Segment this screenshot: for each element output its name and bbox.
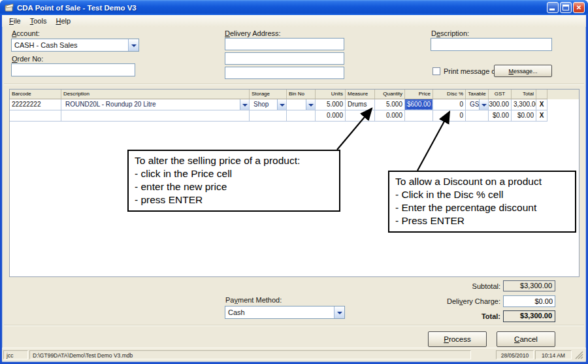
annotation-line: - enter the new price	[135, 180, 333, 193]
col-header-price: Price	[405, 90, 433, 99]
delivery-address-line-2[interactable]	[225, 52, 344, 65]
order-no-label: Order No:	[12, 55, 43, 63]
menu-bar: File Tools Help	[2, 15, 586, 27]
chevron-down-icon[interactable]	[306, 99, 315, 110]
annotation-line: - Press ENTER	[395, 214, 569, 227]
cell-total[interactable]: 3,300.00	[512, 99, 536, 110]
cell-quantity[interactable]: 0.000	[375, 110, 405, 122]
cell-storage-value: Shop	[250, 99, 277, 110]
resize-grip[interactable]	[575, 351, 583, 359]
col-header-gst: GST	[489, 90, 512, 99]
delivery-charge-input[interactable]	[503, 295, 555, 307]
col-header-total: Total	[512, 90, 536, 99]
minimize-button[interactable]	[547, 2, 559, 13]
subtotal-label: Subtotal:	[392, 282, 500, 290]
message-button[interactable]: Message...	[494, 65, 552, 77]
cell-gst[interactable]: $300.00	[489, 99, 512, 110]
cell-barcode[interactable]: 22222222	[10, 99, 61, 110]
cell-barcode[interactable]	[10, 110, 61, 122]
header-divider	[4, 84, 584, 85]
cell-units[interactable]: 5.000	[316, 99, 346, 110]
title-bar[interactable]: CDA Point of Sale - Test Demo V3 ✕	[0, 0, 588, 15]
cell-gst[interactable]: $0.00	[489, 110, 512, 122]
app-icon	[5, 3, 14, 12]
account-label: Account:	[12, 29, 40, 37]
subtotal-value: $3,300.00	[503, 280, 555, 291]
account-combo[interactable]: CASH - Cash Sales	[11, 39, 139, 52]
menu-file[interactable]: File	[5, 16, 25, 26]
status-bar: jcc D:\GT99DATA\Demo\Test Demo V3.mdb 28…	[2, 348, 586, 361]
maximize-button[interactable]	[560, 2, 572, 13]
cell-description[interactable]	[61, 110, 250, 122]
footer-divider	[4, 325, 584, 326]
annotation-line: To allow a Discount on a product	[395, 175, 569, 188]
cell-measure[interactable]	[346, 110, 375, 122]
col-header-barcode: Barcode	[10, 90, 61, 99]
delete-row-button[interactable]: X	[536, 110, 547, 122]
chevron-down-icon[interactable]	[277, 99, 286, 110]
cancel-button[interactable]: Cancel	[497, 331, 555, 347]
cell-price-selected[interactable]: $600.00	[405, 99, 433, 110]
status-database-path: D:\GT99DATA\Demo\Test Demo V3.mdb	[29, 350, 471, 359]
close-button[interactable]: ✕	[573, 2, 585, 13]
payment-method-value: Cash	[225, 308, 334, 316]
col-header-units: Units	[316, 90, 346, 99]
cell-bin-no[interactable]	[287, 110, 316, 122]
col-header-measure: Measure	[346, 90, 375, 99]
order-no-input[interactable]	[11, 63, 135, 76]
app-window: CDA Point of Sale - Test Demo V3 ✕ File …	[0, 0, 588, 364]
print-message-checkbox[interactable]	[433, 67, 440, 75]
annotation-line: To alter the selling price of a product:	[135, 154, 333, 167]
minimize-icon	[549, 8, 555, 10]
menu-help[interactable]: Help	[51, 16, 75, 26]
cell-storage-combo[interactable]: Shop	[250, 99, 287, 110]
cell-disc[interactable]: 0	[433, 99, 466, 110]
cell-taxable[interactable]	[466, 110, 489, 122]
cell-bin-no-combo[interactable]	[287, 99, 316, 110]
chevron-down-icon[interactable]	[240, 99, 249, 110]
total-value: $3,300.00	[503, 310, 555, 322]
col-header-storage: Storage	[250, 90, 287, 99]
window-title: CDA Point of Sale - Test Demo V3	[17, 4, 547, 12]
cell-price[interactable]	[405, 110, 433, 122]
account-combo-value: CASH - Cash Sales	[12, 41, 128, 49]
description-input[interactable]	[431, 38, 552, 51]
cell-quantity[interactable]: 5.000	[375, 99, 405, 110]
process-button[interactable]: Process	[428, 331, 487, 347]
description-label: Description:	[431, 29, 469, 37]
status-date: 28/05/2010	[496, 350, 534, 359]
annotation-line: - click in the Price cell	[135, 167, 333, 180]
table-row: 0.000 0.000 0 $0.00 $0.00 X	[10, 110, 579, 122]
col-header-delete	[536, 90, 547, 99]
delivery-charge-label: Delivery Charge:	[392, 297, 500, 305]
chevron-down-icon[interactable]	[479, 99, 488, 110]
cell-taxable-combo[interactable]: GST	[466, 99, 489, 110]
delivery-address-line-3[interactable]	[225, 67, 344, 79]
total-label: Total:	[392, 312, 500, 320]
cell-taxable-value: GST	[466, 99, 479, 110]
chevron-down-icon[interactable]	[334, 306, 344, 318]
delete-row-button[interactable]: X	[536, 99, 547, 110]
col-header-bin-no: Bin No	[287, 90, 316, 99]
col-header-disc: Disc %	[433, 90, 466, 99]
cell-disc[interactable]: 0	[433, 110, 466, 122]
menu-tools[interactable]: Tools	[25, 16, 52, 26]
status-time: 10:14 AM	[535, 350, 572, 359]
cell-units[interactable]: 0.000	[316, 110, 346, 122]
chevron-down-icon[interactable]	[128, 39, 139, 51]
cell-storage[interactable]	[250, 110, 287, 122]
maximize-icon	[563, 5, 569, 10]
delivery-address-line-1[interactable]	[225, 38, 344, 50]
delivery-address-label: Delivery Address:	[225, 29, 281, 37]
grid-header-row: Barcode Description Storage Bin No Units…	[10, 90, 579, 99]
payment-method-label: Payment Method:	[225, 296, 282, 304]
col-header-quantity: Quantity	[375, 90, 405, 99]
cell-total[interactable]: $0.00	[512, 110, 536, 122]
price-annotation-box: To alter the selling price of a product:…	[127, 150, 340, 212]
col-header-description: Description	[61, 90, 250, 99]
col-header-taxable: Taxable	[466, 90, 489, 99]
payment-method-combo[interactable]: Cash	[225, 306, 345, 319]
cell-measure[interactable]: Drums	[346, 99, 375, 110]
cell-description-combo[interactable]: ROUND20L - Roundup 20 Litre	[61, 99, 250, 110]
annotation-line: - Click in the Disc % cell	[395, 188, 569, 201]
